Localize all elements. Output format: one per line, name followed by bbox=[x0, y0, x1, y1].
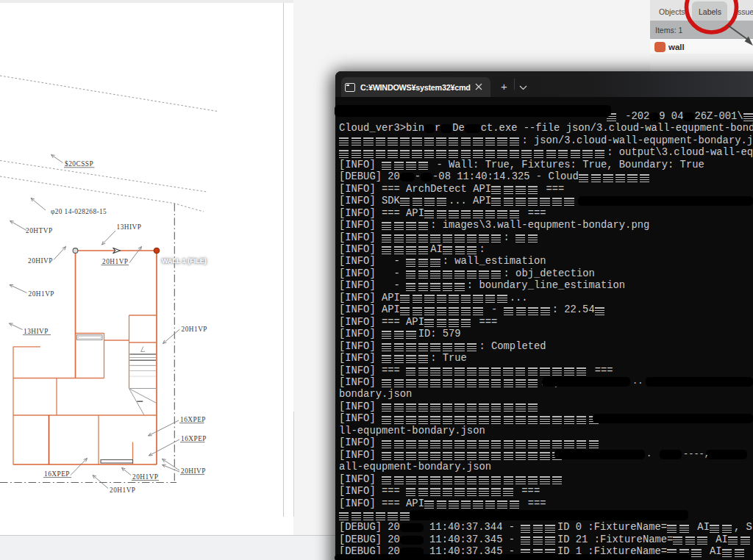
svg-text:16XPEP: 16XPEP bbox=[44, 470, 70, 478]
svg-text:13HIVP: 13HIVP bbox=[24, 328, 49, 335]
svg-text:20H1VP: 20H1VP bbox=[182, 326, 208, 333]
svg-text:13HIVP: 13HIVP bbox=[117, 223, 142, 231]
svg-text:20H1VP: 20H1VP bbox=[132, 473, 159, 481]
svg-text:20HIVP: 20HIVP bbox=[28, 257, 53, 265]
svg-text:16XPEP: 16XPEP bbox=[180, 416, 206, 423]
svg-text:20HIVP: 20HIVP bbox=[181, 467, 206, 475]
svg-text:16XPEP: 16XPEP bbox=[181, 435, 207, 442]
svg-text:20HTVP: 20HTVP bbox=[26, 227, 53, 234]
svg-text:20H1VP: 20H1VP bbox=[102, 258, 129, 265]
svg-text:$20CSSP: $20CSSP bbox=[65, 160, 93, 168]
svg-text:20H1VP: 20H1VP bbox=[29, 290, 55, 298]
svg-text:WALL 1 (FILE): WALL 1 (FILE) bbox=[162, 257, 207, 265]
svg-text:20H1VP: 20H1VP bbox=[110, 487, 136, 494]
svg-text:φ20 14-028268-15: φ20 14-028268-15 bbox=[51, 208, 107, 215]
